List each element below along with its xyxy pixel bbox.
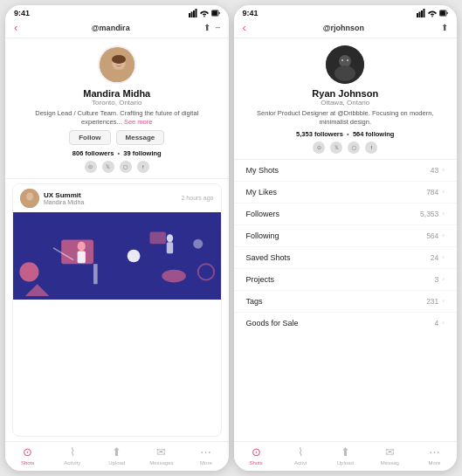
messages-tab-label: Messages (149, 460, 173, 466)
svg-point-28 (167, 234, 173, 242)
upload-tab-icon-right: ⬆ (341, 445, 350, 459)
post-author: Mandira Midha (44, 199, 84, 205)
more-tab-label: More (200, 460, 212, 466)
menu-label-tags: Tags (246, 297, 263, 306)
tab-messages-left[interactable]: ✉ Messages (139, 445, 183, 466)
activity-tab-icon-right: ⌇ (298, 445, 303, 459)
social-icons-left: ⊙ 𝕏 ◻ f (85, 161, 149, 173)
follow-button[interactable]: Follow (69, 130, 110, 145)
menu-count-saved: 24 (431, 253, 438, 262)
svg-rect-1 (190, 12, 192, 18)
avatar-left (98, 45, 136, 84)
svg-rect-2 (193, 10, 195, 17)
svg-rect-38 (440, 11, 445, 16)
menu-item-saved[interactable]: Saved Shots 24 › (234, 247, 458, 269)
menu-list: My Shots 43 › My Likes 784 › Followers 5… (234, 160, 458, 442)
shots-tab-label-right: Shots (249, 460, 262, 466)
dribbble-icon-right[interactable]: ⊙ (313, 141, 325, 154)
see-more-left[interactable]: See more (124, 118, 153, 126)
menu-item-shots[interactable]: My Shots 43 › (234, 160, 458, 182)
menu-count-shots: 43 (431, 166, 438, 175)
twitter-icon[interactable]: 𝕏 (102, 161, 114, 173)
messages-tab-icon-right: ✉ (385, 445, 395, 459)
profile-section-left: Mandira Midha Toronto, Ontario Design Le… (5, 38, 229, 179)
follower-stats-left: 806 followers • 39 following (72, 149, 162, 157)
menu-item-followers[interactable]: Followers 5,353 › (234, 204, 458, 225)
menu-item-tags[interactable]: Tags 231 › (234, 291, 458, 313)
time-right: 9:41 (243, 9, 259, 17)
menu-item-following[interactable]: Following 564 › (234, 225, 458, 247)
menu-right-shots: 43 › (431, 166, 445, 175)
menu-count-likes: 784 (426, 188, 438, 197)
tab-more-left[interactable]: ⋯ More (183, 445, 228, 466)
menu-right-followers: 5,353 › (420, 210, 445, 218)
upload-tab-label: Upload (108, 460, 125, 466)
facebook-icon[interactable]: f (137, 161, 149, 173)
tab-activity-right[interactable]: ⌇ Activi (279, 445, 323, 466)
facebook-icon-right[interactable]: f (365, 141, 377, 154)
header-left: ‹ @mandira ⬆ ··· (5, 19, 229, 38)
chevron-goods-icon: › (442, 319, 445, 327)
profile-name-right: Ryan Johnson (312, 88, 378, 99)
tab-messages-right[interactable]: ✉ Messag (368, 445, 412, 466)
svg-rect-22 (93, 264, 98, 284)
back-button-right[interactable]: ‹ (243, 21, 246, 34)
tab-more-right[interactable]: ⋯ More (412, 445, 457, 466)
message-button[interactable]: Message (116, 130, 165, 145)
messages-tab-label-right: Messag (381, 460, 399, 466)
svg-rect-25 (149, 231, 165, 244)
shots-tab-label: Shots (21, 460, 34, 466)
left-phone: 9:41 ‹ @mandira ⬆ ··· (5, 5, 229, 471)
status-bar-left: 9:41 (5, 5, 229, 19)
chevron-followers-icon: › (442, 210, 445, 217)
menu-right-saved: 24 › (431, 253, 445, 262)
back-button-left[interactable]: ‹ (14, 21, 17, 34)
svg-point-20 (128, 249, 141, 262)
chevron-following-icon: › (442, 231, 445, 239)
menu-label-projects: Projects (246, 275, 275, 284)
menu-item-projects[interactable]: Projects 3 › (234, 269, 458, 291)
menu-label-shots: My Shots (246, 166, 279, 175)
chevron-shots-icon: › (442, 166, 445, 174)
post-image (13, 212, 221, 300)
share-icon-left[interactable]: ⬆ (203, 23, 210, 32)
social-icons-right: ⊙ 𝕏 ◻ f (313, 141, 377, 154)
profile-actions-left: Follow Message (69, 130, 164, 145)
post-header: UX Summit Mandira Midha 2 hours ago (13, 184, 221, 212)
instagram-icon[interactable]: ◻ (120, 161, 132, 173)
svg-point-15 (26, 192, 33, 200)
menu-right-projects: 3 › (435, 275, 445, 284)
menu-label-likes: My Likes (246, 188, 278, 197)
header-actions-left: ⬆ ··· (203, 23, 219, 32)
dribbble-icon[interactable]: ⊙ (85, 161, 97, 173)
svg-rect-6 (212, 11, 217, 16)
menu-count-projects: 3 (435, 275, 439, 284)
twitter-icon-right[interactable]: 𝕏 (330, 141, 342, 154)
svg-rect-27 (78, 251, 86, 263)
tab-activity-left[interactable]: ⌇ Activity (50, 445, 94, 466)
avatar-right (326, 45, 364, 84)
profile-location-left: Toronto, Ontario (92, 99, 141, 107)
more-tab-label-right: More (429, 460, 441, 466)
svg-point-24 (193, 238, 203, 248)
activity-tab-label: Activity (64, 460, 80, 466)
tab-shots-right[interactable]: ⊙ Shots (234, 445, 279, 466)
svg-point-13 (112, 55, 126, 64)
share-icon-right[interactable]: ⬆ (441, 23, 448, 32)
activity-tab-label-right: Activi (294, 460, 307, 466)
more-tab-icon: ⋯ (200, 445, 211, 459)
instagram-icon-right[interactable]: ◻ (348, 141, 360, 154)
tab-shots-left[interactable]: ⊙ Shots (5, 445, 50, 466)
post-card: UX Summit Mandira Midha 2 hours ago (12, 183, 222, 438)
svg-point-41 (334, 66, 355, 81)
menu-item-goods[interactable]: Goods for Sale 4 › (234, 313, 458, 334)
tab-bar-right: ⊙ Shots ⌇ Activi ⬆ Upload ✉ Messag ⋯ Mor… (234, 441, 458, 471)
post-user-info: UX Summit Mandira Midha (44, 191, 84, 205)
tab-upload-left[interactable]: ⬆ Upload (94, 445, 139, 466)
more-icon-left[interactable]: ··· (215, 23, 219, 32)
menu-count-following: 564 (426, 231, 438, 240)
menu-item-likes[interactable]: My Likes 784 › (234, 182, 458, 204)
profile-bio-left: Design Lead / Culture Team. Crafting the… (16, 109, 218, 127)
tab-upload-right[interactable]: ⬆ Upload (323, 445, 368, 466)
upload-tab-label-right: Upload (337, 460, 354, 466)
